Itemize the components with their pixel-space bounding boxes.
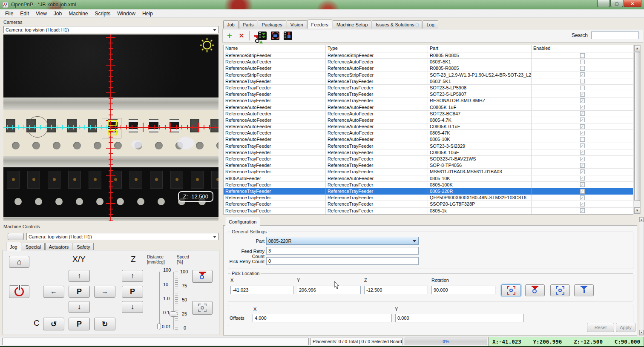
maximize-button[interactable]: ▢ (610, 0, 623, 7)
table-row[interactable]: ReferenceAutoFeederReferenceAutoFeeder08… (224, 130, 633, 136)
tab-packages[interactable]: Packages (258, 20, 286, 29)
table-row[interactable]: ReferenceTrayFeederReferenceTrayFeederMS… (224, 169, 633, 175)
enabled-checkbox[interactable]: ✓ (580, 72, 585, 77)
enabled-checkbox[interactable] (580, 60, 585, 64)
table-row[interactable]: ReferenceAutoFeederReferenceAutoFeederSO… (224, 111, 633, 117)
enabled-checkbox[interactable]: ✓ (580, 208, 585, 213)
table-row[interactable]: R805AutoFeederReferenceAutoFeeder0805-10… (224, 175, 633, 182)
enabled-checkbox[interactable]: ✓ (580, 111, 585, 116)
scroll-down-arrow[interactable]: ▼ (634, 207, 640, 214)
menu-help[interactable]: Help (139, 10, 156, 17)
tab-vision[interactable]: Vision (287, 20, 307, 29)
pick-y-input[interactable] (297, 286, 361, 294)
table-row[interactable]: ReferenceAutoFeederReferenceAutoFeeder08… (224, 136, 633, 143)
park-nozzle-button[interactable] (192, 270, 213, 283)
enabled-checkbox[interactable]: ✓ (580, 176, 585, 181)
position-xy-button[interactable]: P (69, 286, 90, 298)
menu-edit[interactable]: Edit (17, 10, 32, 17)
brightness-sun-icon[interactable] (199, 37, 215, 53)
enabled-checkbox[interactable]: ✓ (580, 157, 585, 161)
enabled-checkbox[interactable]: ✓ (580, 189, 585, 194)
menu-file[interactable]: File (2, 10, 17, 17)
tab-feeders[interactable]: Feeders (308, 20, 332, 29)
col-type[interactable]: Type (326, 45, 428, 52)
col-enabled[interactable]: Enabled (532, 45, 633, 52)
close-button[interactable]: ✕ (624, 0, 641, 7)
enabled-checkbox[interactable]: ✓ (580, 182, 585, 187)
table-row[interactable]: ReferenceStripFeederReferenceStripFeeder… (224, 72, 633, 78)
rotate-ccw-button[interactable]: ↺ (43, 318, 64, 330)
offsets-y-input[interactable] (395, 314, 524, 322)
rotate-cw-button[interactable]: ↻ (94, 318, 115, 330)
tab-machine-setup[interactable]: Machine Setup (333, 20, 371, 29)
minimize-button[interactable]: — (597, 0, 610, 7)
machine-controls-camera-selector[interactable]: Camera: top vision (Head: H1) (26, 233, 218, 240)
table-row[interactable]: ReferenceTrayFeederReferenceTrayFeederC0… (224, 149, 633, 156)
add-feeder-button[interactable]: + (227, 31, 232, 41)
delete-feeder-button[interactable]: ✕ (239, 32, 244, 40)
table-row[interactable]: ReferenceTrayFeederReferenceTrayFeeder08… (224, 188, 633, 195)
position-camera-button[interactable] (192, 301, 213, 315)
jog-x-plus-button[interactable]: → (94, 286, 115, 298)
table-row[interactable]: ReferenceTrayFeederReferenceTrayFeederSO… (224, 143, 633, 149)
home-button[interactable]: ⌂ (9, 256, 29, 268)
reset-button[interactable]: Reset (587, 323, 614, 332)
pick-rotation-input[interactable] (431, 286, 495, 294)
table-row[interactable]: ReferenceTrayFeederReferenceTrayFeederSO… (224, 156, 633, 162)
offsets-x-input[interactable] (253, 314, 392, 322)
table-row[interactable]: ReferenceTrayFeederReferenceTrayFeederSO… (224, 162, 633, 169)
feed-and-pick-button[interactable] (258, 32, 267, 40)
tab-log[interactable]: Log (423, 20, 438, 29)
enabled-checkbox[interactable]: ✓ (580, 131, 585, 135)
tab-jog[interactable]: Jog (6, 242, 21, 251)
scrollbar-thumb[interactable] (634, 52, 640, 201)
feed-retry-input[interactable] (266, 247, 419, 255)
menu-window[interactable]: Window (114, 10, 139, 17)
table-row[interactable]: ReferenceTrayFeederReferenceTrayFeederSO… (224, 85, 633, 91)
enabled-checkbox[interactable]: ✓ (580, 92, 585, 97)
table-row[interactable]: ReferenceTrayFeederReferenceTrayFeeder08… (224, 208, 633, 214)
enabled-checkbox[interactable]: ✓ (580, 118, 585, 122)
pick-x-input[interactable] (230, 286, 293, 294)
table-row[interactable]: ReferenceAutoFeederReferenceAutoFeeder08… (224, 117, 633, 123)
menu-machine[interactable]: Machine (65, 10, 91, 17)
jog-z-minus-button[interactable]: ↓ (122, 301, 143, 313)
enabled-checkbox[interactable]: ✓ (580, 163, 585, 168)
enabled-checkbox[interactable]: ✓ (580, 202, 585, 206)
menu-view[interactable]: View (32, 10, 50, 17)
enabled-checkbox[interactable]: ✓ (580, 105, 585, 109)
camera-view[interactable]: Z: -12.500 (3, 34, 218, 221)
table-row[interactable]: ReferenceStripFeederReferenceStripFeeder… (224, 52, 633, 59)
table-row[interactable]: ReferenceTrayFeederReferenceTrayFeederRE… (224, 98, 633, 104)
menu-scripts[interactable]: Scripts (92, 10, 114, 17)
tab-configuration[interactable]: Configuration (225, 217, 260, 226)
move-nozzle-to-location-button[interactable] (574, 284, 594, 296)
camera-selector[interactable]: Camera: top vision (Head: H1) (3, 26, 218, 33)
table-row[interactable]: ReferenceAutoFeederReferenceAutoFeederC0… (224, 123, 633, 130)
enabled-checkbox[interactable] (580, 66, 585, 71)
enabled-checkbox[interactable] (580, 53, 585, 58)
table-scrollbar[interactable]: ▲ ▼ (634, 45, 641, 214)
scroll-down-arrow[interactable]: ▼ (639, 330, 644, 335)
search-input[interactable] (591, 32, 639, 39)
pick-part-button[interactable] (284, 32, 292, 40)
col-part[interactable]: Part (428, 45, 532, 52)
collapse-button[interactable]: — (8, 233, 24, 240)
enabled-checkbox[interactable] (580, 137, 585, 142)
jog-x-minus-button[interactable]: ← (43, 286, 64, 298)
show-part-in-camera-button[interactable] (271, 32, 279, 40)
table-row[interactable]: ReferenceTrayFeederReferenceTrayFeederSS… (224, 201, 633, 207)
tab-parts[interactable]: Parts (239, 20, 258, 29)
enabled-checkbox[interactable]: ✓ (580, 150, 585, 155)
move-camera-to-location-button[interactable] (550, 284, 570, 296)
table-row[interactable]: ReferenceTrayFeederReferenceTrayFeederQF… (224, 195, 633, 201)
table-row[interactable]: ReferenceAutoFeederReferenceAutoFeederC0… (224, 104, 633, 111)
enabled-checkbox[interactable]: ✓ (580, 98, 585, 103)
jog-z-plus-button[interactable]: ↑ (122, 270, 143, 282)
col-name[interactable]: Name (224, 45, 326, 52)
pick-retry-input[interactable] (266, 257, 419, 265)
menu-job[interactable]: Job (50, 10, 65, 17)
jog-y-minus-button[interactable]: ↓ (69, 301, 90, 313)
power-button[interactable] (9, 285, 29, 298)
enabled-checkbox[interactable] (580, 79, 585, 83)
